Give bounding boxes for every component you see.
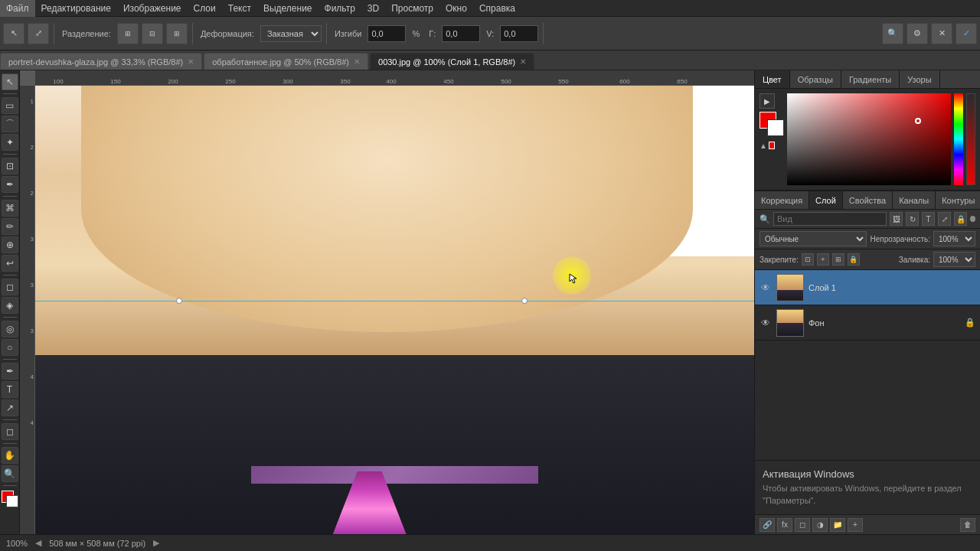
add-style-btn[interactable]: fx	[777, 518, 792, 532]
tab-properties[interactable]: Свойства	[843, 191, 893, 209]
status-arrow-right[interactable]: ▶	[153, 538, 159, 548]
tool-hand[interactable]: ✋	[2, 447, 18, 464]
transform-handle-left[interactable]	[176, 298, 182, 304]
lock-artboard-btn[interactable]: ⊞	[832, 253, 844, 266]
tool-gradient[interactable]: ◈	[2, 297, 18, 314]
layers-btn-2[interactable]: ↻	[906, 212, 919, 226]
tool-clone[interactable]: ⊕	[2, 236, 18, 253]
menu-view[interactable]: Просмотр	[385, 0, 439, 17]
settings-btn[interactable]: ⚙	[906, 23, 928, 44]
menu-select[interactable]: Выделение	[257, 0, 318, 17]
transform-btn[interactable]: ⤢	[28, 23, 49, 44]
menu-help[interactable]: Справка	[473, 0, 521, 17]
lock-all-btn[interactable]: 🔒	[848, 253, 860, 266]
add-adjustment-btn[interactable]: ◑	[812, 518, 828, 532]
fill-select[interactable]: 100%	[933, 252, 975, 267]
layers-search-input[interactable]	[773, 212, 887, 226]
layer-item-bg[interactable]: 👁 Фон 🔒	[755, 305, 980, 341]
menu-image[interactable]: Изображение	[117, 0, 188, 17]
lock-position-btn[interactable]: +	[817, 253, 829, 266]
layer-item-1[interactable]: 👁 Слой 1	[755, 270, 980, 305]
grid-btn-3[interactable]: ⊞	[166, 23, 188, 44]
canvas-area[interactable]: 100 150 200 250 300 350 400 450 500 550 …	[20, 70, 754, 534]
fg-bg-box[interactable]	[760, 112, 784, 136]
move-tool-btn[interactable]: ↖	[3, 23, 24, 44]
layers-btn-1[interactable]: 🖼	[890, 212, 903, 226]
menu-filter[interactable]: Фильтр	[318, 0, 361, 17]
tool-blur[interactable]: ◎	[2, 321, 18, 337]
add-group-btn[interactable]: 📁	[830, 518, 845, 532]
transform-handle-right[interactable]	[521, 298, 528, 304]
color-small-box[interactable]	[769, 142, 775, 149]
tool-lasso[interactable]: ⌒	[2, 116, 18, 132]
delete-layer-btn[interactable]: 🗑	[960, 518, 975, 532]
fg-bg-colors[interactable]	[2, 491, 18, 507]
menu-3d[interactable]: 3D	[361, 0, 385, 17]
color-picker-circle[interactable]	[915, 118, 921, 124]
layers-btn-3[interactable]: T	[922, 212, 935, 226]
tab-color[interactable]: Цвет	[755, 70, 790, 88]
r-input[interactable]	[442, 25, 480, 42]
tool-history-brush[interactable]: ↩	[2, 255, 18, 272]
tab-gradients[interactable]: Градиенты	[841, 70, 900, 88]
grid-btn-2[interactable]: ⊟	[142, 23, 163, 44]
status-arrow-left[interactable]: ◀	[35, 538, 41, 548]
tool-magic-wand[interactable]: ✦	[2, 134, 18, 151]
tool-pen[interactable]: ✒	[2, 363, 18, 380]
tab-0030[interactable]: 0030.jpg @ 100% (Слой 1, RGB/8#) ✕	[370, 53, 534, 70]
tool-select-rect[interactable]: ▭	[2, 97, 18, 114]
bg-color-box[interactable]	[767, 119, 784, 136]
tool-eyedropper[interactable]: ✒	[2, 176, 18, 193]
color-panel-btn[interactable]: ▶	[760, 93, 775, 109]
layers-btn-4[interactable]: ⤢	[938, 212, 951, 226]
deformaciya-select[interactable]: Заказная	[260, 25, 322, 42]
tool-shape[interactable]: ◻	[2, 423, 18, 440]
cancel-transform-btn[interactable]: ✕	[931, 23, 952, 44]
v-input[interactable]	[500, 25, 538, 42]
tab-portret[interactable]: portret-devushka-glaza.jpg @ 33,3% (RGB/…	[0, 53, 202, 70]
tool-crop[interactable]: ⊡	[2, 158, 18, 174]
tab-layer[interactable]: Слой	[809, 191, 843, 209]
tool-spot-heal[interactable]: ⌘	[2, 200, 18, 217]
hue-slider[interactable]	[954, 93, 963, 185]
opacity-select[interactable]: 100%	[933, 231, 975, 246]
tab-swatches[interactable]: Образцы	[790, 70, 841, 88]
search-btn[interactable]: 🔍	[882, 23, 903, 44]
tab-correction[interactable]: Коррекция	[755, 191, 809, 209]
tab-portret-close[interactable]: ✕	[188, 57, 194, 66]
add-layer-btn[interactable]: +	[848, 518, 863, 532]
menu-text[interactable]: Текст	[222, 0, 257, 17]
menu-layers[interactable]: Слои	[188, 0, 222, 17]
menu-edit[interactable]: Редактирование	[35, 0, 117, 17]
grid-btn-1[interactable]: ⊞	[117, 23, 139, 44]
color-gradient-area[interactable]	[787, 93, 951, 185]
tool-dodge[interactable]: ○	[2, 339, 18, 356]
lock-pixels-btn[interactable]: ⊡	[802, 253, 814, 266]
tool-path-select[interactable]: ↗	[2, 399, 18, 416]
layer-mode-select[interactable]: Обычные	[760, 231, 867, 246]
tool-brush[interactable]: ✏	[2, 218, 18, 235]
tab-paths[interactable]: Контуры	[936, 191, 980, 209]
layer-1-visibility[interactable]: 👁	[760, 282, 772, 294]
tab-obrabotannoe-close[interactable]: ✕	[354, 57, 360, 66]
tab-patterns[interactable]: Узоры	[900, 70, 939, 88]
tab-channels[interactable]: Каналы	[893, 191, 936, 209]
link-layers-btn[interactable]: 🔗	[760, 518, 775, 532]
confirm-transform-btn[interactable]: ✓	[956, 23, 977, 44]
color-saturation-gradient[interactable]	[787, 93, 951, 185]
alpha-slider[interactable]	[966, 93, 975, 185]
menu-window[interactable]: Окно	[439, 0, 473, 17]
menu-file[interactable]: Файл	[0, 0, 35, 17]
izogibi-input[interactable]	[368, 25, 406, 42]
tool-zoom[interactable]: 🔍	[2, 465, 18, 482]
layer-bg-visibility[interactable]: 👁	[760, 317, 772, 329]
tab-obrabotannoe[interactable]: обработанное.jpg @ 50% (RGB/8#) ✕	[204, 53, 368, 70]
canvas-content[interactable]	[35, 86, 754, 534]
add-mask-btn[interactable]: ◻	[795, 518, 810, 532]
tool-text[interactable]: T	[2, 381, 18, 398]
tool-move[interactable]: ↖	[2, 73, 18, 90]
layers-btn-5[interactable]: 🔒	[954, 212, 967, 226]
tab-0030-close[interactable]: ✕	[520, 57, 526, 66]
tool-eraser[interactable]: ◻	[2, 279, 18, 295]
bg-color[interactable]	[6, 495, 18, 507]
